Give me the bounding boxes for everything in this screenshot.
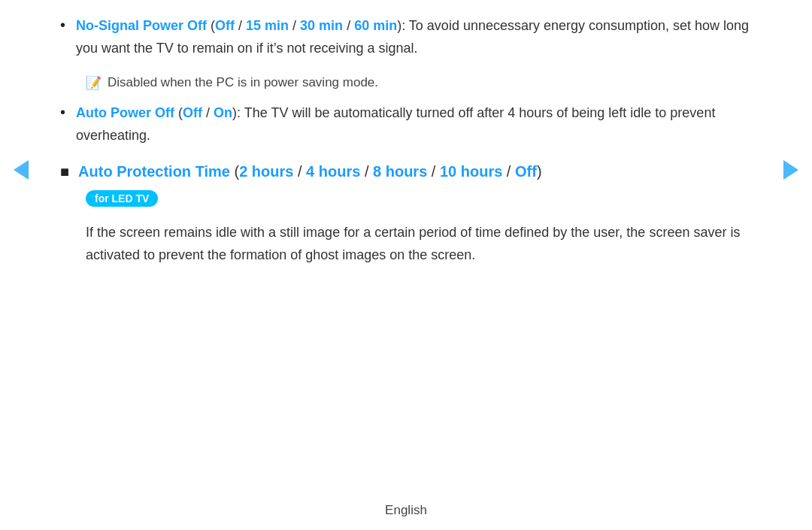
right-chevron-icon [783,160,798,180]
section-heading: Auto Protection Time (2 hours / 4 hours … [78,160,541,183]
note-text: Disabled when the PC is in power saving … [108,73,378,92]
nav-left-arrow[interactable] [14,160,29,180]
autopower-paren-open: ( [174,105,183,120]
nosignal-paren-open: ( [207,18,215,33]
section-slash2: / [360,163,373,180]
section-opt4: 10 hours [440,163,502,180]
nosignal-text: No-Signal Power Off (Off / 15 min / 30 m… [76,15,752,59]
bullet-dot-1: • [60,17,65,34]
nosignal-label: No-Signal Power Off [76,18,207,33]
nosignal-opt3: 30 min [300,18,343,33]
section-square-icon: ■ [60,163,69,180]
section-opt2: 4 hours [306,163,360,180]
badge-container: for LED TV [60,187,752,214]
note-block: 📝 Disabled when the PC is in power savin… [86,73,752,93]
nosignal-opt2: 15 min [246,18,289,33]
nosignal-opt1: Off [215,18,235,33]
main-content: • No-Signal Power Off (Off / 15 min / 30… [0,0,812,282]
autopower-label: Auto Power Off [76,105,174,120]
nav-right-arrow[interactable] [783,160,798,180]
left-chevron-icon [14,160,29,180]
autopower-opt2: On [214,105,232,120]
nosignal-slash3: / [343,18,354,33]
section-paren-close: ) [537,163,542,180]
section-opt1: 2 hours [239,163,293,180]
autopower-text: Auto Power Off (Off / On): The TV will b… [76,102,752,147]
note-item: 📝 Disabled when the PC is in power savin… [60,73,752,93]
section-description: If the screen remains idle with a still … [86,222,752,266]
footer: English [0,503,812,518]
section-opt3: 8 hours [373,163,427,180]
section-row: ■ Auto Protection Time (2 hours / 4 hour… [60,160,752,183]
led-tv-badge: for LED TV [86,190,158,207]
bullet-list: • No-Signal Power Off (Off / 15 min / 30… [60,15,752,147]
section-paren-open: ( [230,163,239,180]
section-opt5: Off [515,163,537,180]
section-label: Auto Protection Time [78,163,230,180]
section-slash1: / [293,163,306,180]
bullet-dot-2: • [60,104,65,121]
nosignal-opt4: 60 min [354,18,397,33]
nosignal-slash1: / [235,18,246,33]
autopower-bullet-item: • Auto Power Off (Off / On): The TV will… [60,102,752,147]
section-slash3: / [427,163,440,180]
autopower-slash1: / [202,105,214,120]
note-icon: 📝 [86,74,102,93]
autopower-opt1: Off [183,105,202,120]
nosignal-bullet-item: • No-Signal Power Off (Off / 15 min / 30… [60,15,752,59]
auto-protection-section: ■ Auto Protection Time (2 hours / 4 hour… [60,160,752,266]
nosignal-slash2: / [289,18,300,33]
footer-language: English [385,503,427,517]
section-slash4: / [502,163,515,180]
